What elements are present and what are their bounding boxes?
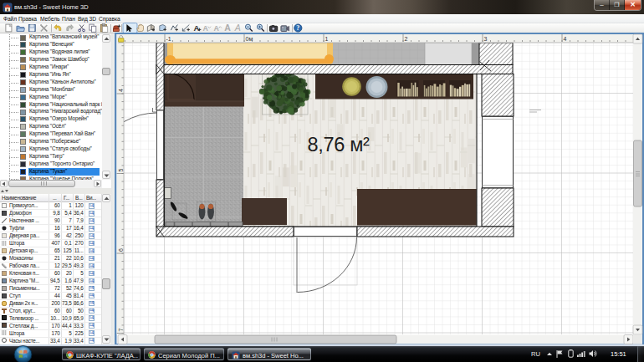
svg-text:1: 1 — [325, 36, 329, 42]
svg-text:4: 4 — [118, 89, 124, 92]
svg-text:A: A — [193, 23, 199, 33]
svg-text:6: 6 — [118, 248, 124, 252]
svg-text:4: 4 — [564, 36, 567, 42]
svg-text:5: 5 — [118, 169, 124, 172]
svg-text:-1: -1 — [166, 36, 171, 42]
svg-text:A: A — [213, 24, 219, 33]
svg-text:2: 2 — [405, 36, 408, 42]
svg-text:3: 3 — [484, 36, 488, 42]
svg-text:A: A — [224, 23, 231, 33]
svg-text:8,76 м²: 8,76 м² — [307, 134, 370, 156]
svg-text:0м: 0м — [246, 36, 253, 42]
svg-text:A: A — [234, 23, 241, 33]
svg-text:7: 7 — [118, 329, 124, 332]
svg-text:A: A — [202, 24, 208, 33]
svg-text:?: ? — [296, 24, 299, 32]
